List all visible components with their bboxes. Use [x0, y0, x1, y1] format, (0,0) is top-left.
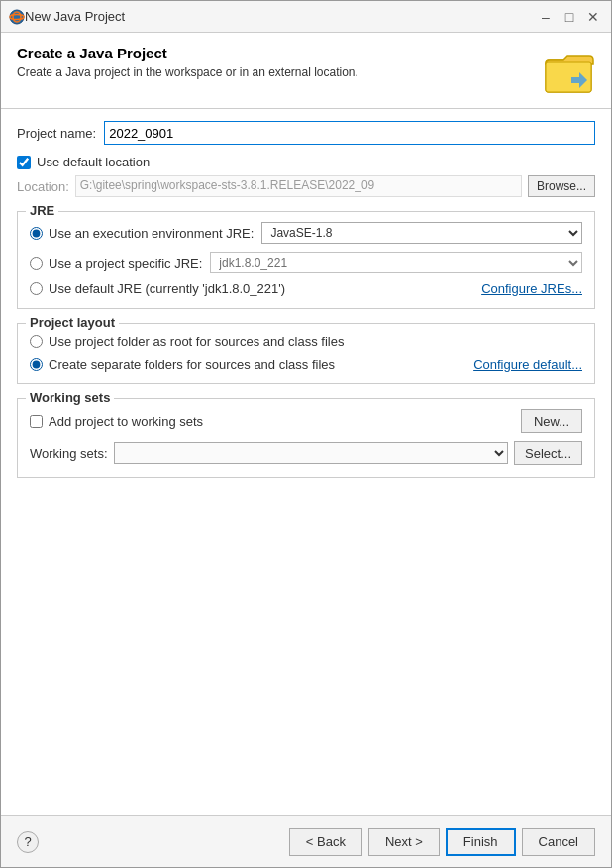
maximize-button[interactable]: □ [560, 7, 579, 27]
location-label: Location: [17, 179, 69, 194]
next-button[interactable]: Next > [368, 828, 440, 856]
help-button[interactable]: ? [17, 831, 39, 853]
jre-option3-radio[interactable] [30, 282, 43, 295]
location-row: Location: G:\gitee\spring\workspace-sts-… [17, 175, 595, 197]
use-default-location-checkbox[interactable] [17, 156, 31, 169]
main-window: New Java Project – □ ✕ Create a Java Pro… [0, 0, 612, 868]
configure-default-link[interactable]: Configure default... [473, 357, 582, 372]
browse-button[interactable]: Browse... [528, 175, 595, 197]
jre-option1-label[interactable]: Use an execution environment JRE: [49, 226, 254, 241]
layout-option2-row: Create separate folders for sources and … [30, 357, 582, 372]
jre-option1-row: Use an execution environment JRE: JavaSE… [30, 222, 582, 244]
project-name-label: Project name: [17, 126, 96, 141]
jre-option3-row: Use default JRE (currently 'jdk1.8.0_221… [30, 281, 582, 296]
project-name-row: Project name: [17, 121, 595, 145]
dialog-content: Project name: Use default location Locat… [1, 109, 611, 815]
jre-section-title: JRE [26, 203, 58, 218]
jre-option1-select[interactable]: JavaSE-1.8 JavaSE-11 JavaSE-17 [261, 222, 582, 244]
project-name-input[interactable] [104, 121, 595, 145]
jre-option2-row: Use a project specific JRE: jdk1.8.0_221 [30, 252, 582, 273]
jre-option2-label[interactable]: Use a project specific JRE: [49, 256, 202, 271]
back-button[interactable]: < Back [289, 828, 362, 856]
layout-option2-radio[interactable] [30, 358, 43, 371]
project-layout-group: Project layout Use project folder as roo… [17, 323, 595, 384]
layout-option1-label[interactable]: Use project folder as root for sources a… [49, 334, 574, 349]
layout-option1-row: Use project folder as root for sources a… [30, 334, 582, 349]
add-to-working-sets-label[interactable]: Add project to working sets [49, 414, 521, 429]
jre-option1-radio[interactable] [30, 227, 43, 240]
use-default-location-label[interactable]: Use default location [37, 155, 150, 169]
location-value: G:\gitee\spring\workspace-sts-3.8.1.RELE… [75, 175, 522, 197]
dialog-description: Create a Java project in the workspace o… [17, 65, 534, 79]
header-text-block: Create a Java Project Create a Java proj… [17, 45, 534, 79]
window-controls: – □ ✕ [536, 7, 603, 27]
jre-group: JRE Use an execution environment JRE: Ja… [17, 211, 595, 309]
working-sets-dropdown[interactable] [114, 442, 509, 464]
svg-rect-4 [546, 62, 591, 92]
jre-option2-select[interactable]: jdk1.8.0_221 [210, 252, 582, 273]
finish-button[interactable]: Finish [446, 828, 516, 856]
working-sets-group: Working sets Add project to working sets… [17, 398, 595, 478]
folder-icon [544, 45, 595, 96]
working-sets-checkbox-row: Add project to working sets New... [30, 409, 582, 433]
window-title: New Java Project [25, 9, 536, 24]
dialog-title: Create a Java Project [17, 45, 534, 61]
jre-option2-radio[interactable] [30, 257, 43, 270]
working-sets-label: Working sets: [30, 446, 108, 461]
app-icon [9, 9, 25, 25]
jre-option3-label[interactable]: Use default JRE (currently 'jdk1.8.0_221… [49, 281, 473, 296]
default-location-row: Use default location [17, 155, 595, 169]
working-sets-select-row: Working sets: Select... [30, 441, 582, 465]
configure-jres-link[interactable]: Configure JREs... [481, 281, 582, 296]
add-to-working-sets-checkbox[interactable] [30, 415, 43, 428]
layout-option1-radio[interactable] [30, 335, 43, 348]
minimize-button[interactable]: – [536, 7, 556, 27]
new-working-set-button[interactable]: New... [521, 409, 582, 433]
cancel-button[interactable]: Cancel [522, 828, 595, 856]
dialog-footer: ? < Back Next > Finish Cancel [1, 815, 611, 867]
layout-option2-label[interactable]: Create separate folders for sources and … [49, 357, 465, 372]
select-working-set-button[interactable]: Select... [514, 441, 582, 465]
working-sets-title: Working sets [26, 390, 114, 405]
title-bar: New Java Project – □ ✕ [1, 1, 611, 33]
dialog-header: Create a Java Project Create a Java proj… [1, 33, 611, 109]
close-button[interactable]: ✕ [583, 7, 603, 27]
project-layout-title: Project layout [26, 315, 119, 330]
